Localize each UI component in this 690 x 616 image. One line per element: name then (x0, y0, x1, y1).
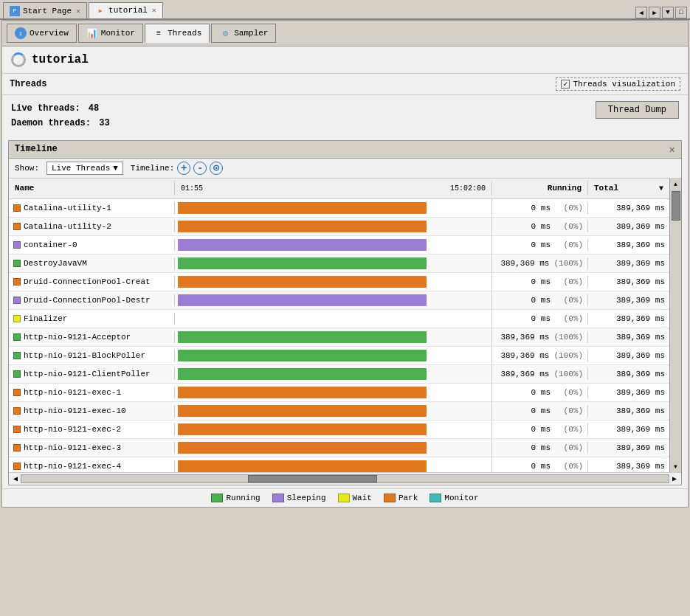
time-center-label: 15:02:00 (450, 184, 486, 193)
tab-sampler[interactable]: ⚙ Sampler (211, 24, 276, 43)
thread-bar (178, 221, 427, 232)
nav-back-btn[interactable]: ◀ (635, 7, 647, 18)
running-value: 0 ms (531, 425, 551, 434)
legend-color-park (384, 494, 396, 502)
vertical-scrollbar[interactable]: ▲ ▼ (669, 179, 681, 472)
thread-running-cell: 0 ms(0%) (492, 202, 588, 214)
thread-total-cell: 389,369 ms (588, 350, 669, 361)
tab-overview-label: Overview (30, 29, 69, 38)
timeline-title: Timeline (15, 144, 58, 154)
scroll-left-btn[interactable]: ◀ (13, 474, 18, 483)
app-title: tutorial (32, 53, 89, 66)
app-title-bar: tutorial (2, 46, 688, 74)
main-panel: i Overview 📊 Monitor ≡ Threads ⚙ Sampler… (1, 20, 689, 508)
tab-tutorial-close[interactable]: ✕ (152, 6, 156, 15)
table-row: Druid-ConnectionPool-Destr0 ms(0%)389,36… (9, 291, 669, 310)
running-pct: (0%) (555, 406, 583, 415)
thread-total-cell: 389,369 ms (588, 239, 669, 251)
thread-color-box (13, 407, 21, 415)
tab-start-page-label: Start Page (23, 7, 72, 15)
thread-color-box (13, 223, 21, 230)
tab-threads-label: Threads (168, 29, 201, 38)
table-row: container-00 ms(0%)389,369 ms (9, 236, 669, 255)
name-col-label: Name (15, 184, 34, 193)
running-value: 0 ms (531, 462, 551, 471)
thread-name: Druid-ConnectionPool-Creat (24, 277, 151, 286)
zoom-fit-btn[interactable]: ⊙ (210, 162, 223, 175)
horizontal-scrollbar[interactable]: ◀ ▶ (9, 472, 681, 485)
h-scroll-track[interactable] (21, 474, 669, 483)
legend-color-monitor (429, 494, 441, 502)
scroll-right-btn[interactable]: ▶ (672, 474, 677, 483)
running-value: 0 ms (531, 406, 551, 415)
running-pct: (0%) (555, 425, 583, 434)
thread-name-cell: http-nio-9121-Acceptor (9, 331, 175, 343)
thread-running-cell: 389,369 ms(100%) (492, 331, 588, 343)
viz-checkbox[interactable]: ✓ (561, 80, 570, 89)
thread-bar-cell (175, 457, 492, 472)
thread-bar-cell (175, 328, 492, 346)
table-row: Druid-ConnectionPool-Creat0 ms(0%)389,36… (9, 273, 669, 291)
table-row: http-nio-9121-exec-30 ms(0%)389,369 ms (9, 439, 669, 457)
h-scroll-thumb[interactable] (248, 475, 377, 482)
tab-threads[interactable]: ≡ Threads (145, 24, 210, 43)
timeline-close-btn[interactable]: ✕ (669, 143, 675, 156)
legend-item-monitor: Monitor (429, 494, 478, 502)
running-pct: (0%) (555, 388, 583, 397)
sub-tab-bar: i Overview 📊 Monitor ≡ Threads ⚙ Sampler (2, 21, 688, 46)
thread-bar (178, 239, 427, 251)
col-running-header: Running (492, 181, 588, 195)
thread-running-cell: 389,369 ms(100%) (492, 257, 588, 269)
nav-dropdown-btn[interactable]: ▼ (662, 7, 674, 18)
thread-total-cell: 389,369 ms (588, 313, 669, 325)
scroll-up-btn[interactable]: ▲ (672, 179, 679, 190)
scroll-down-btn[interactable]: ▼ (672, 461, 679, 472)
thread-color-box (13, 260, 21, 267)
daemon-threads-value: 33 (99, 118, 109, 128)
tab-tutorial-label: tutorial (108, 6, 148, 15)
tab-overview[interactable]: i Overview (7, 24, 77, 43)
table-row: http-nio-9121-exec-100 ms(0%)389,369 ms (9, 402, 669, 421)
running-pct: (0%) (555, 443, 583, 452)
thread-running-cell: 0 ms(0%) (492, 442, 588, 454)
table-area: Name 01:55 15:02:00 Running Total ▼ (9, 179, 681, 472)
scroll-thumb[interactable] (672, 191, 680, 221)
thread-running-cell: 0 ms(0%) (492, 405, 588, 417)
thread-list: Catalina-utility-10 ms(0%)389,369 msCata… (9, 199, 669, 472)
timeline-panel: Timeline ✕ Show: Live Threads ▼ Timeline… (8, 140, 682, 485)
thread-dump-button[interactable]: Thread Dump (596, 101, 679, 119)
nav-forward-btn[interactable]: ▶ (649, 7, 660, 18)
col-headers: Name 01:55 15:02:00 Running Total ▼ (9, 179, 669, 199)
thread-name: http-nio-9121-exec-2 (24, 425, 121, 434)
thread-name: http-nio-9121-Acceptor (24, 333, 131, 342)
thread-name-cell: Druid-ConnectionPool-Destr (9, 294, 175, 306)
zoom-in-btn[interactable]: + (177, 162, 190, 175)
tab-start-page[interactable]: P Start Page ✕ (3, 2, 87, 18)
thread-bar (178, 368, 427, 380)
tab-start-page-close[interactable]: ✕ (76, 7, 80, 15)
running-col-label: Running (548, 184, 582, 193)
legend-color-wait (338, 494, 350, 502)
sort-icon[interactable]: ▼ (659, 184, 663, 193)
zoom-out-btn[interactable]: - (193, 162, 207, 175)
table-row: Catalina-utility-10 ms(0%)389,369 ms (9, 199, 669, 218)
running-pct: (100%) (553, 370, 583, 378)
thread-total-cell: 389,369 ms (588, 221, 669, 232)
thread-total-cell: 389,369 ms (588, 442, 669, 454)
thread-name: container-0 (24, 240, 77, 249)
thread-name-cell: container-0 (9, 239, 175, 251)
thread-bar (178, 442, 427, 454)
dropdown-arrow-icon: ▼ (113, 164, 118, 173)
nav-restore-btn[interactable]: □ (675, 7, 687, 18)
tab-tutorial[interactable]: ▶ tutorial ✕ (89, 2, 163, 18)
running-value: 0 ms (531, 388, 551, 397)
tab-bar: P Start Page ✕ ▶ tutorial ✕ ◀ ▶ ▼ □ (0, 0, 690, 20)
stats-row: Live threads: 48 Daemon threads: 33 Thre… (2, 95, 688, 137)
table-row: Catalina-utility-20 ms(0%)389,369 ms (9, 218, 669, 236)
thread-name: DestroyJavaVM (24, 259, 87, 268)
thread-running-cell: 0 ms(0%) (492, 221, 588, 232)
threads-viz-toggle[interactable]: ✓ Threads visualization (556, 77, 680, 91)
thread-bar-cell (175, 347, 492, 364)
show-dropdown[interactable]: Live Threads ▼ (46, 162, 123, 175)
tab-monitor[interactable]: 📊 Monitor (78, 24, 143, 43)
